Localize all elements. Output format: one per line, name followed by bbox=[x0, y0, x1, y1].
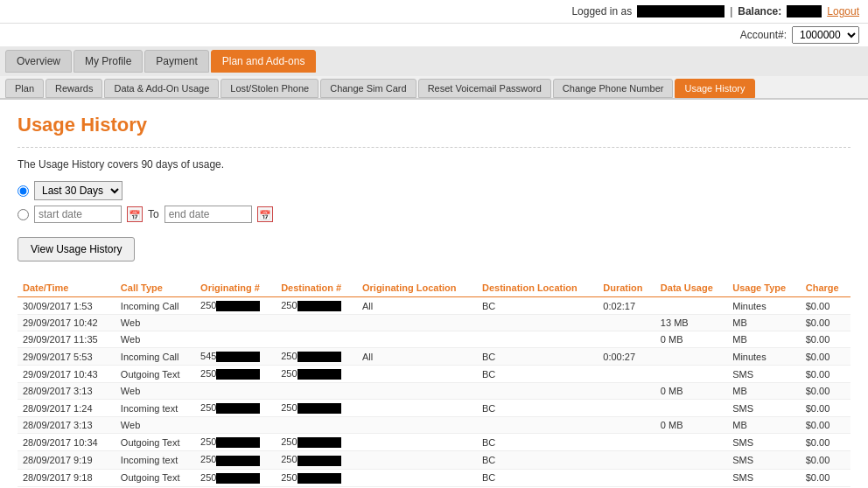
subtab-reset-voicemail[interactable]: Reset Voicemail Password bbox=[418, 79, 551, 98]
col-dest-loc: Destination Location bbox=[477, 279, 598, 297]
table-row: 28/09/2017 3:13Web0 MBMB$0.00 bbox=[18, 383, 850, 400]
redacted-value bbox=[298, 473, 341, 484]
subtab-usage-history[interactable]: Usage History bbox=[675, 79, 754, 98]
main-content: Usage History The Usage History covers 9… bbox=[0, 100, 868, 488]
top-bar-right: Logged in as | Balance: Logout bbox=[571, 5, 859, 17]
col-duration: Duration bbox=[598, 279, 655, 297]
redacted-value bbox=[298, 403, 341, 414]
table-row: 29/09/2017 5:53Incoming Call545 250 AllB… bbox=[18, 348, 850, 366]
redacted-value bbox=[298, 437, 341, 448]
account-label: Account#: bbox=[740, 29, 787, 41]
col-orig: Originating # bbox=[195, 279, 276, 297]
table-row: 28/09/2017 1:24Incoming text250 250 BCSM… bbox=[18, 400, 850, 417]
view-usage-history-button[interactable]: View Usage History bbox=[18, 237, 135, 261]
nav-tabs-1: Overview My Profile Payment Plan and Add… bbox=[0, 46, 868, 76]
nav-tabs-2: Plan Rewards Data & Add-On Usage Lost/St… bbox=[0, 76, 868, 100]
filter-section: Last 30 Days Last 7 Days Last 60 Days La… bbox=[18, 181, 850, 223]
subtab-change-sim[interactable]: Change Sim Card bbox=[320, 79, 416, 98]
tab-overview[interactable]: Overview bbox=[5, 50, 72, 73]
table-row: 28/09/2017 9:19Incoming text250 250 BCSM… bbox=[18, 451, 850, 469]
redacted-value bbox=[298, 369, 341, 380]
divider bbox=[18, 147, 850, 148]
tab-my-profile[interactable]: My Profile bbox=[74, 50, 143, 73]
subtab-data-addon[interactable]: Data & Add-On Usage bbox=[104, 79, 219, 98]
account-selector[interactable]: 1000000 bbox=[792, 26, 859, 44]
col-charge: Charge bbox=[801, 279, 850, 297]
balance-label: Balance: bbox=[738, 5, 781, 17]
redacted-value bbox=[216, 473, 260, 484]
subtab-change-phone[interactable]: Change Phone Number bbox=[553, 79, 674, 98]
redacted-value bbox=[298, 301, 341, 311]
balance-value-redacted bbox=[787, 5, 822, 17]
filter-radio-preset[interactable] bbox=[18, 185, 29, 197]
redacted-value bbox=[216, 456, 260, 466]
to-label: To bbox=[148, 208, 159, 220]
subtab-rewards[interactable]: Rewards bbox=[46, 79, 102, 98]
table-row: 29/09/2017 11:35Web0 MBMB$0.00 bbox=[18, 331, 850, 348]
redacted-value bbox=[216, 352, 260, 362]
start-calendar-icon[interactable]: 📅 bbox=[127, 206, 143, 222]
redacted-value bbox=[216, 403, 260, 414]
subtab-plan[interactable]: Plan bbox=[5, 79, 44, 98]
pipe-separator: | bbox=[730, 5, 732, 17]
filter-radio-custom[interactable] bbox=[18, 209, 29, 220]
redacted-value bbox=[216, 369, 260, 380]
account-row: Account#: 1000000 bbox=[0, 24, 868, 46]
table-row: 28/09/2017 3:13Web0 MBMB$0.00 bbox=[18, 417, 850, 434]
redacted-value bbox=[298, 456, 341, 466]
table-row: 30/09/2017 1:53Incoming Call250 250 AllB… bbox=[18, 297, 850, 315]
table-header-row: Date/Time Call Type Originating # Destin… bbox=[18, 279, 850, 297]
filter-row-2: 📅 To 📅 bbox=[18, 206, 850, 223]
col-dest: Destination # bbox=[276, 279, 357, 297]
col-orig-loc: Originating Location bbox=[357, 279, 477, 297]
end-calendar-icon[interactable]: 📅 bbox=[257, 206, 273, 222]
table-row: 28/09/2017 10:34Outgoing Text250 250 BCS… bbox=[18, 434, 850, 451]
usage-table: Date/Time Call Type Originating # Destin… bbox=[18, 279, 850, 487]
col-datetime: Date/Time bbox=[18, 279, 116, 297]
end-date-input[interactable] bbox=[164, 206, 252, 223]
top-bar: Logged in as | Balance: Logout bbox=[0, 0, 868, 24]
col-data: Data Usage bbox=[655, 279, 727, 297]
logged-in-label: Logged in as bbox=[571, 5, 632, 17]
tab-payment[interactable]: Payment bbox=[144, 50, 208, 73]
subtab-lost-stolen[interactable]: Lost/Stolen Phone bbox=[220, 79, 318, 98]
col-calltype: Call Type bbox=[116, 279, 195, 297]
table-row: 28/09/2017 9:18Outgoing Text250 250 BCSM… bbox=[18, 469, 850, 486]
filter-row-1: Last 30 Days Last 7 Days Last 60 Days La… bbox=[18, 181, 850, 200]
redacted-value bbox=[216, 437, 260, 448]
col-usage-type: Usage Type bbox=[727, 279, 801, 297]
redacted-value bbox=[298, 352, 341, 362]
page-title: Usage History bbox=[18, 114, 850, 136]
redacted-value bbox=[216, 301, 260, 311]
logout-link[interactable]: Logout bbox=[827, 5, 859, 17]
start-date-input[interactable] bbox=[34, 206, 122, 223]
table-row: 29/09/2017 10:43Outgoing Text250 250 BCS… bbox=[18, 366, 850, 383]
username-redacted bbox=[637, 5, 724, 17]
filter-preset-select[interactable]: Last 30 Days Last 7 Days Last 60 Days La… bbox=[34, 181, 122, 200]
description: The Usage History covers 90 days of usag… bbox=[18, 158, 850, 171]
tab-plan-addons[interactable]: Plan and Add-ons bbox=[211, 50, 317, 73]
table-row: 29/09/2017 10:42Web13 MBMB$0.00 bbox=[18, 315, 850, 331]
